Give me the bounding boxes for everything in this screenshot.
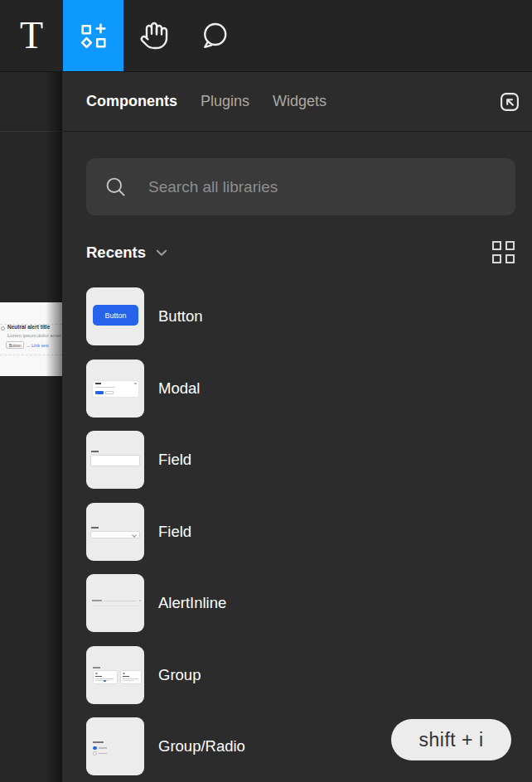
assets-tool[interactable]	[63, 0, 123, 71]
component-row-modal[interactable]: Modal	[86, 360, 532, 418]
hand-tool[interactable]	[123, 0, 184, 71]
field-thumbnail	[86, 431, 144, 489]
recents-section-header: Recents	[86, 239, 515, 266]
grid-view-icon	[492, 241, 501, 250]
component-label: Modal	[158, 379, 200, 398]
radio-unselected-icon	[93, 751, 97, 755]
alertinline-thumbnail	[86, 574, 144, 632]
panel-header: Components Plugins Widgets	[62, 72, 532, 132]
component-row-field[interactable]: Field	[86, 431, 532, 489]
alert-info-icon	[1, 326, 5, 331]
comment-tool[interactable]	[184, 0, 244, 71]
tab-widgets[interactable]: Widgets	[273, 93, 326, 110]
search-input[interactable]	[148, 178, 504, 196]
hand-icon	[139, 21, 169, 51]
toolbar: T	[0, 0, 532, 72]
text-tool[interactable]: T	[0, 0, 63, 71]
component-row-alertinline[interactable]: AlertInline	[86, 574, 532, 632]
shortcut-hint-badge: shift + i	[391, 719, 511, 760]
tab-plugins[interactable]: Plugins	[201, 93, 249, 110]
popout-arrow-icon	[498, 90, 521, 113]
component-row-field-select[interactable]: Field	[86, 503, 532, 561]
component-label: Group/Radio	[158, 737, 245, 755]
mini-button: Button	[93, 305, 138, 326]
component-row-group[interactable]: Group	[86, 646, 532, 704]
button-thumbnail: Button	[86, 287, 144, 345]
search-bar	[86, 158, 515, 215]
alert-preview-title: Neutral alert title	[7, 324, 50, 330]
comment-bubble-icon	[200, 21, 230, 51]
text-tool-icon: T	[20, 17, 43, 55]
component-label: AlertInline	[158, 594, 226, 612]
panel-tabs: Components Plugins Widgets	[86, 93, 326, 110]
group-thumbnail	[86, 646, 144, 704]
component-label: Group	[158, 666, 201, 684]
recents-list: Button Button Modal	[86, 287, 532, 775]
canvas: Neutral alert title Lorem ipsum dolor am…	[0, 72, 62, 782]
search-icon	[104, 176, 127, 198]
tab-components[interactable]: Components	[86, 93, 177, 110]
recents-dropdown-toggle[interactable]: Recents	[86, 244, 167, 262]
grid-view-button[interactable]	[492, 241, 515, 264]
component-label: Field	[158, 451, 191, 469]
group-radio-thumbnail	[86, 717, 144, 775]
component-row-button[interactable]: Button Button	[86, 287, 532, 345]
component-label: Field	[158, 523, 191, 541]
field-select-thumbnail	[86, 503, 144, 561]
popout-panel-button[interactable]	[496, 89, 523, 115]
alert-preview-button: Button	[6, 341, 24, 349]
recents-title: Recents	[86, 244, 146, 262]
components-panel: Components Plugins Widgets Recents	[62, 72, 532, 782]
component-label: Button	[158, 307, 203, 326]
chevron-down-icon	[156, 249, 167, 257]
panel-drop-shadow	[46, 72, 62, 782]
assets-icon	[80, 22, 108, 50]
radio-selected-icon	[93, 746, 97, 751]
figma-app-window: T	[0, 0, 532, 782]
modal-thumbnail	[86, 360, 144, 418]
